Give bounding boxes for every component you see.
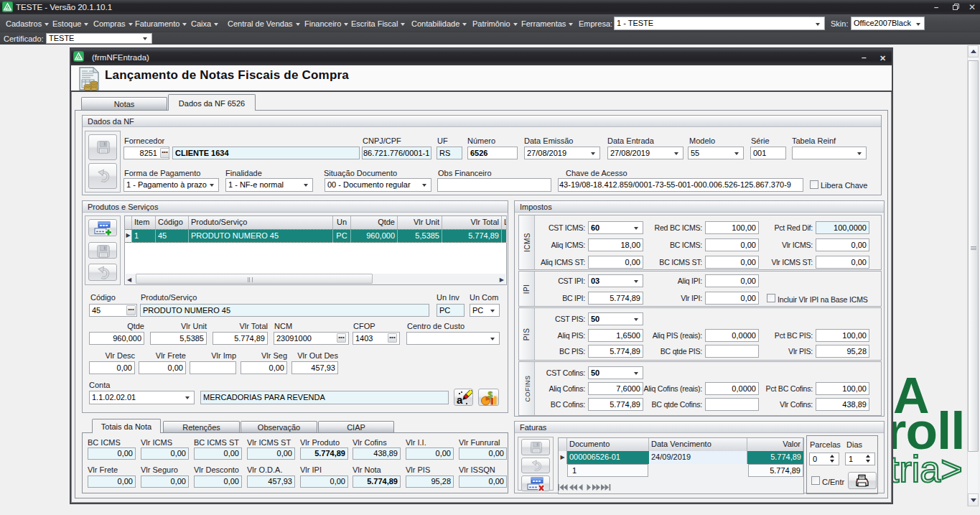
svg-text:a: a — [457, 394, 463, 406]
